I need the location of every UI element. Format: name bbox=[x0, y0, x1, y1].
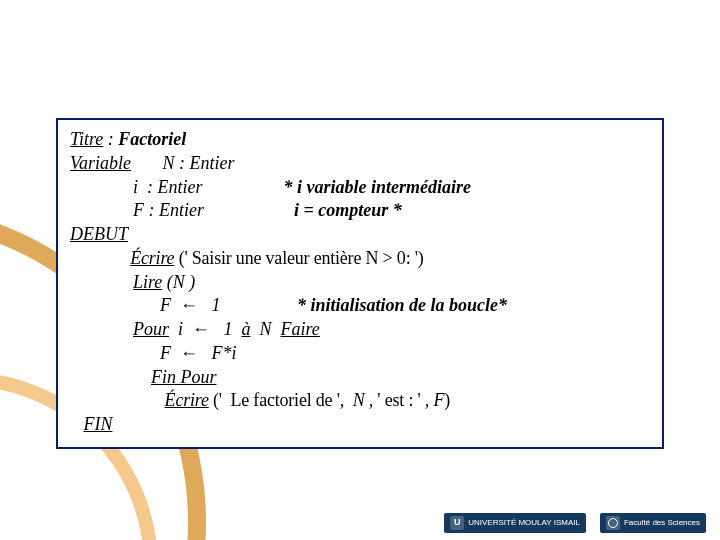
footer-text: Faculté des Sciences bbox=[624, 519, 700, 528]
label-debut: DEBUT bbox=[70, 224, 128, 244]
label-fin: FIN bbox=[84, 414, 113, 434]
faculty-seal-icon bbox=[606, 516, 620, 530]
footer-logo-faculty: Faculté des Sciences bbox=[600, 513, 706, 533]
kw-ecrire: Écrire bbox=[130, 248, 174, 268]
code-line: Titre : Factoriel bbox=[70, 128, 650, 152]
comment: * i variable intermédiaire bbox=[284, 177, 471, 197]
code-line: F : Entier i = compteur * bbox=[70, 199, 650, 223]
string-literal: ' est : ' bbox=[377, 390, 420, 410]
slide: Titre : Factoriel Variable N : Entier i … bbox=[0, 0, 720, 540]
code-line: Pour i ← 1 à N Faire bbox=[70, 318, 650, 342]
code-line: Écrire (' Saisir une valeur entière N > … bbox=[70, 247, 650, 271]
kw-a: à bbox=[242, 319, 251, 339]
footer: UNIVERSITÉ MOULAY ISMAIL Faculté des Sci… bbox=[0, 506, 720, 540]
kw-ecrire: Écrire bbox=[165, 390, 209, 410]
comment: * initialisation de la boucle* bbox=[297, 295, 507, 315]
label-variable: Variable bbox=[70, 153, 131, 173]
kw-faire: Faire bbox=[281, 319, 320, 339]
arrow-icon: ← bbox=[180, 295, 198, 315]
kw-pour: Pour bbox=[133, 319, 169, 339]
code-line: i : Entier * i variable intermédiaire bbox=[70, 176, 650, 200]
university-logo-icon bbox=[450, 516, 464, 530]
code-line: Variable N : Entier bbox=[70, 152, 650, 176]
kw-finpour: Fin Pour bbox=[151, 367, 217, 387]
code-line: FIN bbox=[70, 413, 650, 437]
code-line: Fin Pour bbox=[70, 366, 650, 390]
arrow-icon: ← bbox=[180, 343, 198, 363]
title-value: Factoriel bbox=[118, 129, 186, 149]
code-line: F ← F*i bbox=[70, 342, 650, 366]
string-literal: (' Le factoriel de ' bbox=[209, 390, 340, 410]
code-line: Lire (N ) bbox=[70, 271, 650, 295]
arrow-icon: ← bbox=[192, 319, 210, 339]
kw-lire: Lire bbox=[133, 272, 162, 292]
code-line: Écrire (' Le factoriel de ', N , ' est :… bbox=[70, 389, 650, 413]
label-titre: Titre bbox=[70, 129, 103, 149]
code-box: Titre : Factoriel Variable N : Entier i … bbox=[56, 118, 664, 449]
comment: i = compteur * bbox=[294, 200, 402, 220]
footer-text: UNIVERSITÉ MOULAY ISMAIL bbox=[468, 519, 580, 528]
footer-logo-umi: UNIVERSITÉ MOULAY ISMAIL bbox=[444, 513, 586, 533]
code-line: F ← 1 * initialisation de la boucle* bbox=[70, 294, 650, 318]
string-literal: (' Saisir une valeur entière N > 0: ') bbox=[174, 248, 423, 268]
code-line: DEBUT bbox=[70, 223, 650, 247]
